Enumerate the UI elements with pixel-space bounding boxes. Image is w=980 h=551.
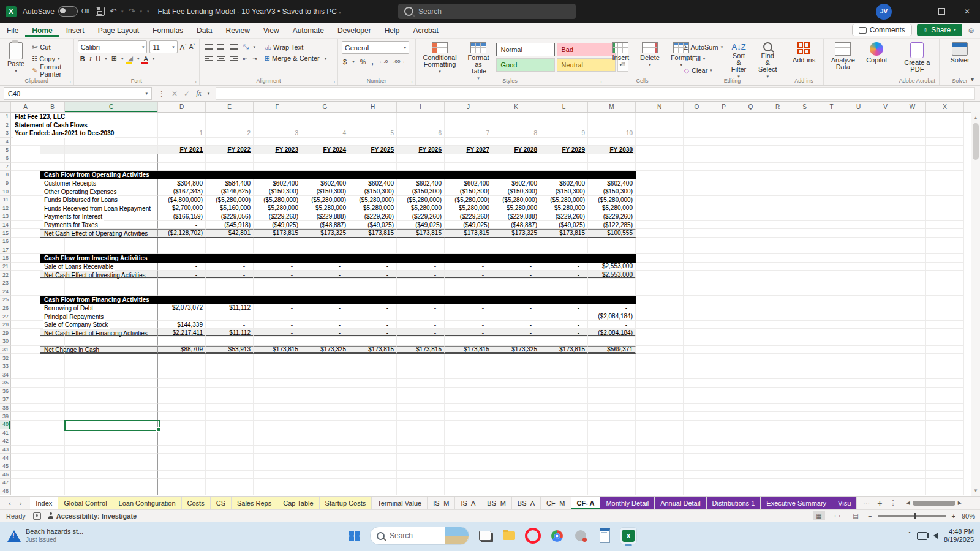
cell-W7[interactable] <box>899 163 926 171</box>
horizontal-scroll-thumb[interactable] <box>913 501 956 506</box>
cell-Q18[interactable] <box>737 254 764 263</box>
cell-W4[interactable] <box>899 138 926 146</box>
cell-F48[interactable] <box>254 487 301 496</box>
cell-H5[interactable]: FY 2025 <box>349 146 397 154</box>
cell-K9[interactable]: $602,400 <box>492 179 540 188</box>
cell-O31[interactable] <box>684 346 710 354</box>
cell-H10[interactable]: ($150,300) <box>349 187 397 196</box>
cell-V33[interactable] <box>872 362 899 371</box>
row-header-30[interactable]: 30 <box>0 337 11 346</box>
cell-M16[interactable] <box>588 238 636 246</box>
cell-N41[interactable] <box>636 429 684 438</box>
cell-X8[interactable] <box>926 171 964 179</box>
column-header-O[interactable]: O <box>684 102 710 112</box>
cell-X18[interactable] <box>926 254 964 263</box>
cell-F26[interactable]: - <box>254 304 301 313</box>
cell-P40[interactable] <box>710 421 737 429</box>
sheet-tab-global-control[interactable]: Global Control <box>58 497 113 509</box>
cell-O40[interactable] <box>684 421 710 429</box>
cell-G22[interactable]: - <box>301 271 349 279</box>
cell-R31[interactable] <box>764 346 791 354</box>
cell-F36[interactable] <box>254 388 301 396</box>
row-header-22[interactable]: 22 <box>0 271 11 279</box>
row-header-45[interactable]: 45 <box>0 462 11 471</box>
cell-C16[interactable] <box>65 238 158 246</box>
cell-M29[interactable]: ($2,084,184) <box>588 329 636 337</box>
cell-D35[interactable] <box>158 379 206 388</box>
cell-R3[interactable] <box>764 129 791 138</box>
cell-O11[interactable] <box>684 196 710 204</box>
cell-F5[interactable]: FY 2023 <box>254 146 301 154</box>
cell-L26[interactable]: - <box>540 304 588 313</box>
cell-N38[interactable] <box>636 404 684 413</box>
cell-I1[interactable] <box>397 113 445 121</box>
cell-X33[interactable] <box>926 362 964 371</box>
cell-I37[interactable] <box>397 395 445 404</box>
cell-I12[interactable]: $5,280,000 <box>397 204 445 213</box>
cell-D22[interactable]: - <box>158 271 206 279</box>
cell-I10[interactable]: ($150,300) <box>397 187 445 196</box>
cell-P41[interactable] <box>710 429 737 438</box>
cell-X14[interactable] <box>926 221 964 230</box>
cell-A34[interactable] <box>11 370 40 379</box>
cell-K39[interactable] <box>492 412 540 421</box>
cell-P10[interactable] <box>710 187 737 196</box>
cell-D23[interactable] <box>158 279 206 288</box>
cell-O10[interactable] <box>684 187 710 196</box>
cell-O36[interactable] <box>684 388 710 396</box>
sort-filter-button[interactable]: A↓Z Sort & Filter▾ <box>726 41 751 80</box>
cell-O6[interactable] <box>684 154 710 163</box>
cell-P35[interactable] <box>710 379 737 388</box>
number-format-combo[interactable]: General▾ <box>342 41 409 54</box>
cell-H3[interactable]: 5 <box>349 129 397 138</box>
cell-D16[interactable] <box>158 238 206 246</box>
cell-N24[interactable] <box>636 287 684 296</box>
cell-V31[interactable] <box>872 346 899 354</box>
cell-L15[interactable]: $173,815 <box>540 229 588 238</box>
cell-L33[interactable] <box>540 362 588 371</box>
row-header-39[interactable]: 39 <box>0 412 11 421</box>
cell-H2[interactable] <box>349 121 397 130</box>
cell-H35[interactable] <box>349 379 397 388</box>
cell-A17[interactable] <box>11 246 40 255</box>
cell-V44[interactable] <box>872 454 899 462</box>
cell-S37[interactable] <box>791 395 818 404</box>
cell-I8[interactable] <box>397 171 445 179</box>
cell-I35[interactable] <box>397 379 445 388</box>
cell-N18[interactable] <box>636 254 684 263</box>
cell-X16[interactable] <box>926 238 964 246</box>
cell-O33[interactable] <box>684 362 710 371</box>
cell-D8[interactable] <box>158 171 206 179</box>
cell-P9[interactable] <box>710 179 737 188</box>
column-header-W[interactable]: W <box>899 102 926 112</box>
cell-E11[interactable]: ($5,280,000) <box>206 196 254 204</box>
cell-I7[interactable] <box>397 163 445 171</box>
more-sheets-button[interactable]: ⋯ <box>863 499 870 507</box>
sheet-tab-executive-summary[interactable]: Executive Summary <box>761 497 832 509</box>
cell-B44[interactable] <box>40 454 65 462</box>
cell-W18[interactable] <box>899 254 926 263</box>
cell-K30[interactable] <box>492 337 540 346</box>
cell-F21[interactable]: - <box>254 263 301 271</box>
cell-H26[interactable]: - <box>349 304 397 313</box>
cell-K29[interactable]: - <box>492 329 540 337</box>
cell-T3[interactable] <box>818 129 845 138</box>
name-box[interactable]: C40▾ <box>4 87 152 100</box>
cell-S10[interactable] <box>791 187 818 196</box>
cell-X44[interactable] <box>926 454 964 462</box>
cell-U42[interactable] <box>845 437 872 446</box>
cell-T8[interactable] <box>818 171 845 179</box>
cell-M14[interactable]: ($122,285) <box>588 221 636 230</box>
row-header-3[interactable]: 3 <box>0 129 11 138</box>
cell-R9[interactable] <box>764 179 791 188</box>
cell-H37[interactable] <box>349 395 397 404</box>
undo-button[interactable]: ↶ <box>107 6 119 17</box>
cell-O18[interactable] <box>684 254 710 263</box>
cell-J35[interactable] <box>445 379 492 388</box>
cell-L47[interactable] <box>540 479 588 487</box>
cell-F18[interactable] <box>254 254 301 263</box>
cell-J13[interactable]: ($229,260) <box>445 212 492 221</box>
cell-D2[interactable] <box>158 121 206 130</box>
ribbon-tab-developer[interactable]: Developer <box>331 24 378 37</box>
format-as-table-button[interactable]: Format as Table▾ <box>464 41 493 82</box>
